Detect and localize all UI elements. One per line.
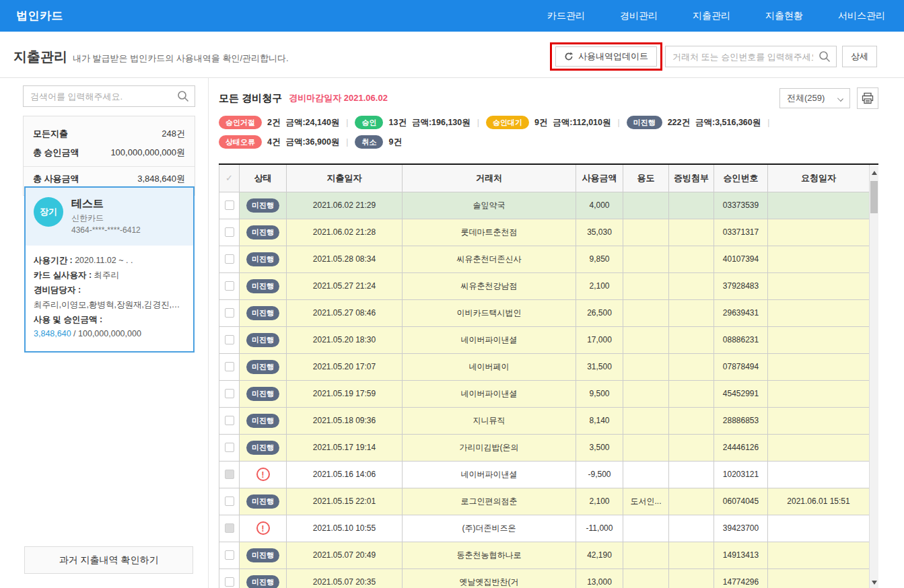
attachment-cell [669, 353, 714, 380]
checkbox-cell [219, 488, 240, 515]
date-cell: 2021.05.17 19:14 [287, 434, 403, 461]
nav-item-카드관리[interactable]: 카드관리 [547, 10, 585, 22]
table-row[interactable]: 미진행2021.05.17 19:14가리미김밥(온의3,50024446126 [219, 434, 870, 461]
scroll-down-icon[interactable] [872, 581, 877, 585]
sidebar-search-icon[interactable] [176, 89, 190, 103]
table-row[interactable]: !2021.05.10 10:55(주)더존비즈온-11,00039423700 [219, 515, 870, 542]
approval-number-cell: 29639431 [714, 299, 768, 326]
header-search-input[interactable] [665, 46, 837, 67]
detail-button[interactable]: 상세 [842, 46, 877, 67]
summary-row-total-count: 모든지출 248건 [33, 124, 185, 143]
table-row[interactable]: 미진행2021.05.27 21:24씨유춘천강남점2,10037928483 [219, 272, 870, 299]
table-row[interactable]: 미진행2021.05.20 17:07네이버페이31,50007878494 [219, 353, 870, 380]
requested-date-cell [768, 246, 870, 272]
sidebar-search-input[interactable] [23, 85, 195, 107]
amount-cell: 26,500 [576, 299, 623, 326]
table-row[interactable]: 미진행2021.05.27 08:46이비카드택시법인26,5002963943… [219, 299, 870, 326]
row-checkbox[interactable] [225, 200, 234, 210]
row-checkbox[interactable] [225, 281, 234, 291]
row-checkbox[interactable] [225, 550, 234, 560]
requested-date-cell [768, 380, 870, 407]
nav-item-경비관리[interactable]: 경비관리 [620, 10, 658, 22]
vertical-scrollbar[interactable] [869, 166, 878, 588]
amount-cell: 3,500 [576, 434, 623, 461]
nav-item-서비스관리[interactable]: 서비스관리 [838, 10, 885, 22]
row-checkbox[interactable] [225, 335, 234, 344]
requested-date-cell: 2021.06.01 15:51 [768, 488, 870, 515]
search-icon[interactable] [818, 50, 831, 63]
table-row[interactable]: 미진행2021.05.18 09:36지니뮤직8,14028886853 [219, 407, 870, 434]
table-row[interactable]: 미진행2021.05.20 18:30네이버파이낸셜17,00008886231 [219, 326, 870, 353]
table-row[interactable]: 미진행2021.06.02 21:29솔잎약국4,00003373539 [219, 192, 870, 219]
status-badge: 미진행 [246, 387, 279, 401]
row-checkbox[interactable] [225, 227, 234, 237]
row-checkbox[interactable] [225, 362, 234, 371]
deadline-text: 경비마감일자 2021.06.02 [289, 92, 388, 104]
merchant-cell: 로그인편의점춘 [403, 488, 576, 515]
table-row[interactable]: 미진행2021.06.02 21:28롯데마트춘천점35,03003371317 [219, 219, 870, 246]
status-pill: 승인 [355, 116, 383, 129]
purpose-cell [623, 434, 669, 461]
table-row[interactable]: 미진행2021.05.07 20:49동춘천농협하나로42,1901491341… [219, 542, 870, 568]
scrollbar-thumb[interactable] [870, 181, 878, 213]
annotation-red-box: 사용내역업데이트 [550, 42, 662, 71]
approval-number-cell: 03371317 [714, 219, 768, 246]
table-row[interactable]: 미진행2021.05.07 20:35옛날옛집반찬(거13,0001477429… [219, 568, 870, 588]
scroll-up-icon[interactable] [872, 171, 877, 175]
row-checkbox[interactable] [225, 577, 234, 587]
attachment-cell [669, 246, 714, 272]
card-info-panel[interactable]: 장기 테스트 신한카드 4364-****-****-6412 사용기간 : 2… [24, 186, 195, 353]
date-cell: 2021.06.02 21:28 [287, 219, 403, 246]
row-checkbox [225, 470, 234, 479]
status-cell: 미진행 [240, 407, 287, 434]
status-cell: 미진행 [240, 299, 287, 326]
card-amount-values: 3,848,640 / 100,000,000,000 [34, 327, 185, 342]
status-amount: 금액:24,140원 [285, 117, 339, 128]
past-history-button[interactable]: 과거 지출내역 확인하기 [24, 546, 193, 574]
attachment-cell [669, 515, 714, 542]
status-cell: 미진행 [240, 380, 287, 407]
requested-date-cell [768, 407, 870, 434]
nav-item-지출현황[interactable]: 지출현황 [765, 10, 803, 22]
card-identity: 테스트 신한카드 4364-****-****-6412 [71, 197, 141, 235]
attachment-cell [669, 542, 714, 568]
table-row[interactable]: !2021.05.16 14:06네이버파이낸셜-9,50010203121 [219, 461, 870, 488]
print-button[interactable] [857, 87, 878, 109]
column-header: 용도 [623, 165, 669, 192]
sidebar-search [23, 85, 195, 107]
row-checkbox[interactable] [225, 389, 234, 398]
requested-date-cell [768, 299, 870, 326]
page-header: 지출관리 내가 발급받은 법인카드의 사용내역을 확인/관리합니다. 사용내역업… [0, 32, 904, 78]
merchant-cell: 씨유춘천강남점 [403, 272, 576, 299]
usage-update-button[interactable]: 사용내역업데이트 [555, 46, 657, 67]
card-user-line: 카드 실사용자 : 최주리 [34, 268, 185, 283]
status-count: 4건 [267, 137, 280, 148]
attachment-cell [669, 380, 714, 407]
row-checkbox[interactable] [225, 443, 234, 452]
header-search [665, 46, 837, 67]
merchant-cell: 네이버파이낸셜 [403, 461, 576, 488]
nav-item-지출관리[interactable]: 지출관리 [693, 10, 730, 22]
card-name: 테스트 [71, 197, 141, 211]
status-cell: ! [240, 461, 287, 488]
status-badge: 미진행 [246, 360, 279, 374]
table-row[interactable]: 미진행2021.05.15 22:01로그인편의점춘2,100도서인...060… [219, 488, 870, 515]
approval-number-cell: 07878494 [714, 353, 768, 380]
status-amount: 금액:112,010원 [553, 117, 611, 128]
row-checkbox[interactable] [225, 416, 234, 425]
requested-date-cell [768, 353, 870, 380]
table-row[interactable]: 미진행2021.05.19 17:59네이버파이낸셜9,50045452991 [219, 380, 870, 407]
row-checkbox[interactable] [225, 497, 234, 506]
amount-cell: 42,190 [576, 542, 623, 568]
card-manager-label: 경비담당자 : [34, 285, 81, 295]
card-top: 장기 테스트 신한카드 4364-****-****-6412 [26, 188, 193, 246]
checkbox-cell [219, 568, 240, 588]
filter-dropdown[interactable]: 전체(259) [779, 88, 850, 108]
checkbox-cell [219, 272, 240, 299]
row-checkbox[interactable] [225, 308, 234, 318]
row-checkbox[interactable] [225, 254, 234, 264]
status-pill: 취소 [355, 135, 383, 149]
table-row[interactable]: 미진행2021.05.28 08:34씨유춘천더존신사9,85040107394 [219, 246, 870, 272]
status-cell: 미진행 [240, 246, 287, 272]
column-header: 승인번호 [714, 165, 768, 192]
